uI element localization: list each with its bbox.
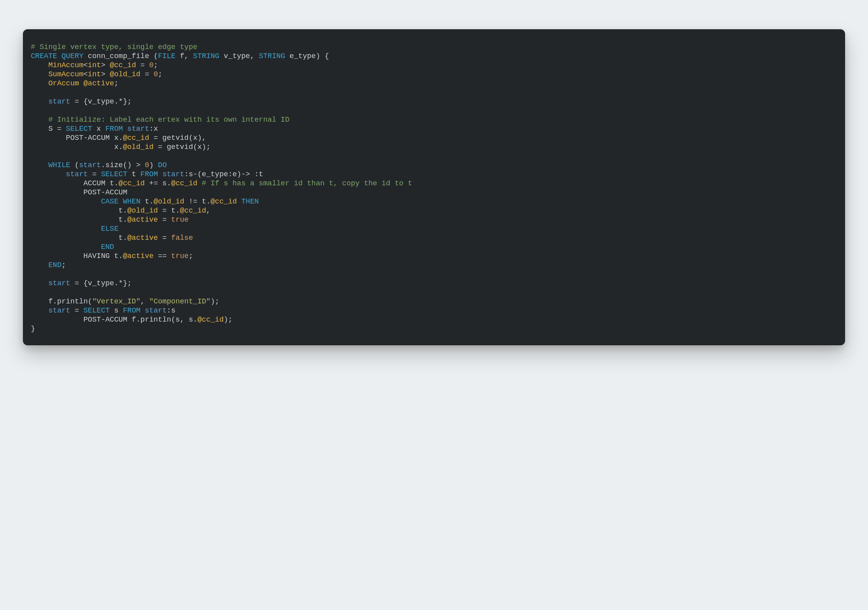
code-token: CASE	[101, 198, 118, 206]
code-token: }	[31, 325, 35, 333]
code-token: FROM	[123, 307, 140, 315]
code-token: "Component_ID"	[149, 297, 210, 306]
code-token: @cc_id	[210, 198, 237, 206]
code-token: start	[66, 170, 88, 179]
code-token: = getvid(x),	[149, 134, 206, 142]
code-token: true	[171, 216, 188, 224]
code-token	[123, 125, 127, 133]
code-token: @old_id	[110, 70, 141, 79]
code-token: FROM	[105, 125, 123, 133]
code-token: ;	[62, 261, 66, 269]
code-token: QUERY	[62, 52, 84, 60]
code-token: ==	[154, 252, 171, 260]
code-token: MinAccum	[48, 61, 83, 70]
code-token: t.	[31, 207, 127, 215]
code-token: @cc_id	[118, 179, 145, 188]
code-token: += s.	[145, 179, 171, 188]
code-token	[31, 170, 66, 179]
code-token: t.	[141, 198, 154, 206]
code-token: ;	[154, 61, 158, 70]
code-token: t.	[31, 234, 127, 242]
code-token: int	[88, 70, 101, 79]
code-token: <	[83, 70, 88, 79]
code-token: ELSE	[101, 225, 118, 233]
code-token: start	[48, 307, 70, 315]
code-token: @active	[127, 216, 158, 224]
code-token: ACCUM t.	[31, 179, 118, 188]
code-token	[31, 225, 101, 233]
code-token: 0	[154, 70, 158, 79]
code-token: OrAccum	[48, 79, 79, 88]
code-token: @old_id	[127, 207, 158, 215]
code-block[interactable]: # Single vertex type, single edge type C…	[23, 29, 845, 345]
code-token: S =	[31, 125, 66, 133]
code-token: conn_comp_file (	[83, 52, 158, 60]
code-token: @cc_id	[123, 134, 149, 142]
code-token: = {v_type.*};	[70, 279, 132, 288]
code-token: :s-(e_type:e)-> :t	[184, 170, 263, 179]
code-token: SELECT	[101, 170, 128, 179]
code-token: END	[101, 243, 114, 251]
code-token: ,	[141, 297, 149, 306]
code-token: # If s has a smaller id than t, copy the…	[202, 179, 412, 188]
code-token: @cc_id	[110, 61, 136, 70]
code-token: true	[171, 252, 188, 260]
code-token: "Vertex_ID"	[92, 297, 140, 306]
code-token: 0	[149, 61, 154, 70]
code-token: @active	[83, 79, 114, 88]
code-token: x.	[31, 143, 123, 151]
code-token: FILE	[158, 52, 175, 60]
code-token	[31, 243, 101, 251]
code-token: .size() >	[101, 161, 145, 169]
code-token: =	[158, 234, 171, 242]
code-token: =	[88, 170, 101, 179]
code-token: :x	[149, 125, 158, 133]
code-token: =	[158, 216, 171, 224]
code-token	[141, 307, 145, 315]
code-token: # Single vertex type, single edge type	[31, 43, 197, 51]
code-token	[237, 198, 241, 206]
code-token: @active	[123, 252, 154, 260]
code-token: POST-ACCUM	[31, 188, 127, 197]
code-token: WHILE	[48, 161, 70, 169]
code-token: start	[127, 125, 149, 133]
code-token: THEN	[241, 198, 259, 206]
code-token: DO	[158, 161, 167, 169]
code-token: start	[79, 161, 101, 169]
code-token	[31, 61, 48, 70]
code-token: SumAccum	[48, 70, 83, 79]
code-token: false	[171, 234, 193, 242]
code-token: )	[149, 161, 158, 169]
code-token: @cc_id	[171, 179, 197, 188]
code-token	[31, 98, 48, 106]
code-token: STRING	[259, 52, 285, 60]
code-token: SELECT	[83, 307, 110, 315]
code-token	[31, 261, 48, 269]
code-token	[158, 170, 162, 179]
code-token: STRING	[193, 52, 220, 60]
code-token: );	[210, 297, 219, 306]
code-token: POST-ACCUM x.	[31, 134, 123, 142]
code-token: start	[162, 170, 184, 179]
code-token	[57, 52, 62, 60]
code-token: = t.	[158, 207, 180, 215]
code-token: ,	[206, 207, 210, 215]
code-token: t	[127, 170, 140, 179]
code-token	[31, 161, 48, 169]
code-token: @active	[127, 234, 158, 242]
code-token: = {v_type.*};	[70, 98, 132, 106]
code-token: SELECT	[66, 125, 92, 133]
code-token: start	[145, 307, 167, 315]
code-token: start	[48, 279, 70, 288]
code-token	[197, 179, 202, 188]
code-token: @old_id	[154, 198, 184, 206]
code-token: <	[83, 61, 88, 70]
code-token	[31, 116, 48, 124]
page: # Single vertex type, single edge type C…	[0, 0, 868, 610]
code-token: = getvid(x);	[154, 143, 210, 151]
code-token: 0	[145, 161, 149, 169]
code-token: ;	[189, 252, 193, 260]
code-token: =	[141, 70, 154, 79]
code-token: t.	[31, 216, 127, 224]
code-token: # Initialize: Label each ertex with its …	[48, 116, 289, 124]
